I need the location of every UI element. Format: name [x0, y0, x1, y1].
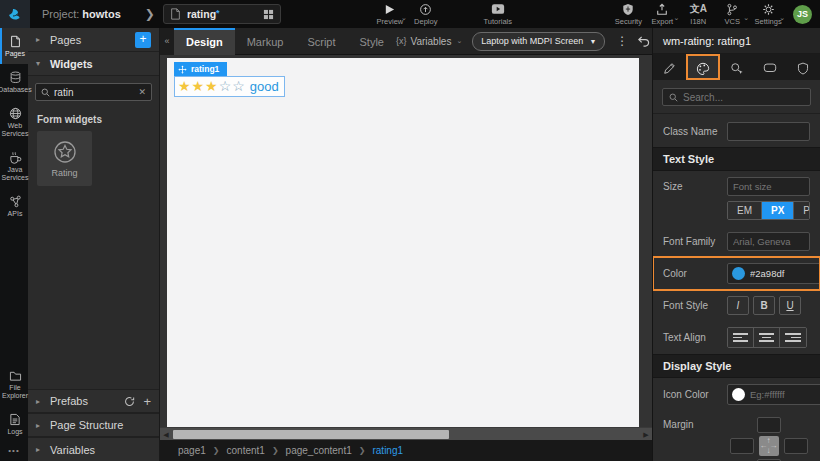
refresh-icon[interactable]	[124, 396, 135, 407]
scroll-right-arrow-icon[interactable]: ▶	[640, 428, 652, 441]
current-page-selector[interactable]: rating*	[163, 4, 281, 24]
color-value-input[interactable]	[750, 268, 820, 279]
pencil-icon	[663, 62, 676, 75]
logs-label: Logs	[7, 428, 22, 436]
tab-properties[interactable]	[653, 54, 686, 80]
selected-rating-widget[interactable]: rating1 ★★★☆☆ good	[174, 62, 285, 97]
align-right-button[interactable]	[780, 328, 806, 347]
export-dropdown-icon[interactable]: ⌄	[673, 14, 679, 22]
sidebar-item-databases[interactable]: Databases	[0, 64, 28, 100]
device-selector-dropdown[interactable]: Laptop with MDPI Screen ▼	[472, 32, 605, 51]
scrollbar-thumb[interactable]	[173, 430, 449, 439]
properties-search-box	[662, 88, 811, 106]
tab-styles[interactable]	[686, 54, 719, 80]
i18n-button[interactable]: 文A I18N	[681, 0, 715, 28]
margin-left-input[interactable]	[730, 438, 754, 454]
security-button[interactable]: Security	[611, 0, 645, 28]
font-family-input[interactable]	[727, 232, 810, 251]
color-swatch[interactable]	[732, 267, 745, 280]
unit-pt-button[interactable]: PT	[794, 202, 810, 219]
canvas-horizontal-scrollbar[interactable]: ◀ ▶	[160, 427, 652, 440]
add-page-button[interactable]: +	[135, 32, 151, 48]
color-input-wrap	[727, 263, 820, 284]
security-shield-icon	[622, 3, 634, 16]
page-name: rating*	[187, 8, 220, 20]
tab-design[interactable]: Design	[174, 28, 235, 55]
variables-button[interactable]: {x} Variables ⌄	[396, 36, 462, 47]
prefabs-section-header[interactable]: ▸ Prefabs +	[28, 389, 159, 413]
user-avatar[interactable]: JS	[793, 5, 812, 24]
italic-button[interactable]: I	[727, 296, 749, 315]
sidebar-more-icon[interactable]: •••	[0, 442, 28, 461]
class-name-label: Class Name	[663, 126, 721, 137]
color-label: Color	[663, 268, 721, 279]
align-center-button[interactable]	[754, 328, 780, 347]
sidebar-item-logs[interactable]: Logs	[0, 406, 28, 442]
rating-widget-tile[interactable]: Rating	[37, 131, 92, 186]
sidebar-item-apis[interactable]: APIs	[0, 188, 28, 224]
tutorials-button[interactable]: Tutorials	[481, 0, 515, 28]
widget-name-label: rating1	[191, 64, 219, 74]
add-prefab-button[interactable]: +	[143, 394, 151, 409]
tab-device[interactable]	[753, 54, 786, 80]
scroll-left-arrow-icon[interactable]: ◀	[160, 428, 172, 441]
style-palette-icon	[696, 62, 710, 75]
breadcrumb-page1[interactable]: page1	[178, 445, 206, 456]
wavemaker-logo[interactable]	[0, 0, 30, 28]
tab-style[interactable]: Style	[348, 28, 396, 55]
unit-em-button[interactable]: EM	[728, 202, 762, 219]
font-family-label: Font Family	[663, 236, 721, 247]
widget-search-input[interactable]	[54, 87, 134, 98]
widget-selection-label[interactable]: rating1	[174, 62, 227, 76]
font-size-input[interactable]	[727, 177, 810, 196]
widgets-section-header[interactable]: ▾ Widgets	[28, 52, 159, 76]
sidebar-item-file-explorer[interactable]: File Explorer	[0, 363, 28, 406]
tab-script[interactable]: Script	[295, 28, 347, 55]
form-widgets-group-label: Form widgets	[28, 105, 159, 131]
rating-widget-preview[interactable]: ★★★☆☆ good	[174, 76, 285, 97]
filled-stars[interactable]: ★★★	[178, 78, 219, 94]
breadcrumb-content1[interactable]: content1	[227, 445, 265, 456]
page-canvas[interactable]: rating1 ★★★☆☆ good	[167, 58, 639, 427]
pages-section-header[interactable]: ▸ Pages +	[28, 28, 159, 52]
deploy-button[interactable]: Deploy	[409, 0, 443, 28]
tab-security[interactable]	[787, 54, 820, 80]
class-name-input[interactable]	[727, 122, 810, 141]
settings-dropdown-icon[interactable]: ⌄	[779, 14, 785, 22]
underline-button[interactable]: U	[779, 296, 801, 315]
canvas-more-menu-icon[interactable]: ⋮	[611, 34, 633, 48]
tutorials-label: Tutorials	[484, 17, 512, 26]
variables-section-header[interactable]: ▸ Variables	[28, 437, 159, 461]
empty-stars[interactable]: ☆☆	[219, 78, 246, 94]
search-icon	[669, 93, 678, 102]
bold-button[interactable]: B	[753, 296, 775, 315]
device-dropdown-icon: ▼	[589, 38, 596, 45]
sidebar-item-java-services[interactable]: Java Services	[0, 144, 28, 188]
tab-markup[interactable]: Markup	[235, 28, 296, 55]
page-structure-section-header[interactable]: ▸ Page Structure	[28, 413, 159, 437]
breadcrumb-rating1[interactable]: rating1	[372, 445, 403, 456]
clear-search-icon[interactable]: ✕	[138, 87, 146, 97]
page-grid-icon[interactable]	[263, 9, 274, 20]
collapse-left-panel-button[interactable]: «	[160, 28, 174, 55]
rating-caption: good	[250, 79, 279, 94]
unit-px-button[interactable]: PX	[762, 202, 794, 219]
margin-top-input[interactable]	[757, 417, 781, 433]
sidebar-item-web-services[interactable]: Web Services	[0, 100, 28, 144]
text-align-group	[727, 327, 807, 348]
breadcrumb-page-content1[interactable]: page_content1	[286, 445, 352, 456]
security-label: Security	[615, 17, 642, 26]
preview-dropdown-icon[interactable]: ⌄	[401, 14, 407, 22]
search-icon	[41, 88, 50, 97]
sidebar-item-pages[interactable]: Pages	[0, 28, 28, 64]
device-selector-value: Laptop with MDPI Screen	[481, 36, 583, 46]
vcs-dropdown-icon[interactable]: ⌄	[743, 14, 749, 22]
align-left-button[interactable]	[728, 328, 754, 347]
icon-color-swatch[interactable]	[732, 388, 745, 401]
variables-icon: {x}	[396, 36, 407, 46]
left-panel: ▸ Pages + ▾ Widgets ✕ Form widgets Ratin…	[28, 28, 160, 461]
margin-right-input[interactable]	[784, 438, 808, 454]
icon-color-input[interactable]	[750, 389, 820, 400]
properties-search-input[interactable]	[683, 92, 793, 103]
tab-inspect[interactable]	[720, 54, 753, 80]
